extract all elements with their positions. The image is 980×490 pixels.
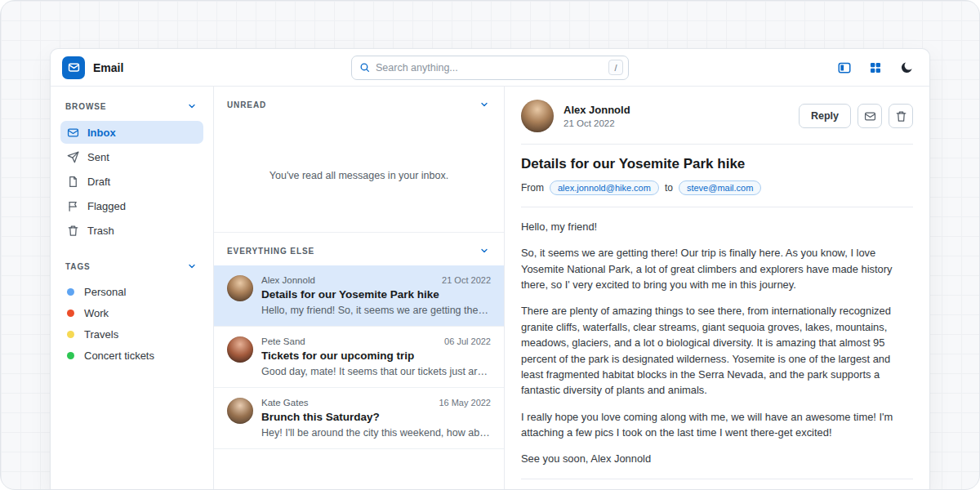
unread-empty-state: You've read all messages in your inbox.	[214, 119, 504, 232]
email-body: Hello, my friend! So, it seems we are ge…	[521, 219, 913, 467]
sidebar-item-trash[interactable]: Trash	[60, 219, 203, 242]
desktop-background: Email /	[0, 0, 980, 490]
delete-icon	[895, 110, 907, 122]
divider	[521, 144, 913, 145]
chevron-down-icon	[187, 261, 197, 271]
sidebar-item-label: Trash	[87, 225, 114, 237]
to-email-chip[interactable]: steve@mail.com	[679, 180, 761, 195]
chevron-down-icon	[479, 100, 489, 109]
tags-section-header: Tags	[60, 258, 203, 274]
message-summary: Pete Sand 06 Jul 2022 Tickets for our up…	[261, 336, 491, 377]
forward-mail-button[interactable]	[858, 104, 882, 128]
everything-else-collapse-button[interactable]	[478, 244, 491, 257]
divider	[521, 207, 913, 207]
sidebar-item-draft[interactable]: Draft	[60, 170, 203, 193]
trash-icon	[67, 225, 79, 237]
draft-icon	[67, 176, 79, 188]
message-title: Brunch this Saturday?	[261, 411, 491, 423]
message-list-pane: Unread You've read all messages in your …	[214, 87, 505, 489]
tag-item-concert-tickets[interactable]: Concert tickets	[60, 345, 203, 366]
email-detail-pane: Alex Jonnold 21 Oct 2022 Reply De	[505, 87, 929, 489]
message-preview: Hey! I'll be around the city this weeken…	[261, 427, 491, 439]
grid-apps-icon	[869, 61, 882, 74]
dark-mode-toggle[interactable]	[895, 56, 918, 79]
list-item-message[interactable]: Pete Sand 06 Jul 2022 Tickets for our up…	[214, 327, 504, 388]
message-summary: Kate Gates 16 May 2022 Brunch this Satur…	[261, 398, 491, 439]
email-app-window: Email /	[50, 48, 930, 489]
tag-dot	[67, 310, 74, 317]
sidebar: Browse Inbox Sent Draft	[51, 87, 214, 489]
sidebar-item-label: Inbox	[87, 127, 116, 139]
search-box[interactable]: /	[351, 56, 629, 80]
panel-layout-icon	[837, 60, 852, 75]
tag-item-work[interactable]: Work	[60, 302, 203, 323]
app-body: Browse Inbox Sent Draft	[51, 87, 929, 489]
unread-label: Unread	[227, 100, 266, 109]
message-date: 21 Oct 2022	[442, 275, 491, 285]
app-header: Email /	[51, 49, 929, 87]
browse-section-header: Browse	[60, 98, 203, 114]
sidebar-item-sent[interactable]: Sent	[60, 145, 203, 168]
unread-collapse-button[interactable]	[478, 98, 491, 111]
tag-item-travels[interactable]: Travels	[60, 323, 203, 345]
panel-layout-button[interactable]	[833, 56, 856, 79]
tag-label: Personal	[84, 286, 126, 298]
email-paragraph: There are plenty of amazing things to se…	[521, 303, 913, 398]
envelope-icon	[864, 110, 876, 122]
message-sender: Pete Sand	[261, 336, 305, 346]
avatar	[227, 336, 253, 363]
flagged-icon	[67, 200, 79, 212]
from-to-row: From alex.jonnold@hike.com to steve@mail…	[521, 180, 913, 195]
message-date: 06 Jul 2022	[444, 336, 491, 346]
tags-label: Tags	[65, 262, 91, 271]
detail-actions: Reply	[799, 104, 913, 128]
tag-dot	[67, 352, 74, 359]
email-paragraph: I really hope you love coming along with…	[521, 409, 913, 441]
search-input[interactable]	[376, 62, 608, 74]
message-date: 16 May 2022	[439, 398, 491, 408]
sender-meta: Alex Jonnold 21 Oct 2022	[564, 104, 630, 128]
detail-sender-name: Alex Jonnold	[564, 104, 630, 116]
sidebar-item-label: Flagged	[87, 200, 126, 212]
sidebar-item-label: Draft	[87, 176, 110, 188]
sidebar-item-flagged[interactable]: Flagged	[60, 194, 203, 217]
message-title: Details for our Yosemite Park hike	[261, 288, 491, 301]
brand: Email	[62, 56, 123, 79]
sidebar-item-inbox[interactable]: Inbox	[60, 121, 203, 144]
list-item-message[interactable]: Kate Gates 16 May 2022 Brunch this Satur…	[214, 388, 504, 449]
delete-button[interactable]	[889, 104, 913, 128]
search-icon	[359, 62, 370, 73]
sidebar-item-label: Sent	[87, 151, 109, 163]
email-subject: Details for our Yosemite Park hike	[521, 156, 913, 172]
header-actions	[833, 56, 918, 79]
message-sender: Alex Jonnold	[261, 275, 315, 285]
apps-grid-button[interactable]	[864, 56, 887, 79]
tag-dot	[67, 331, 74, 338]
sidebar-spacer	[60, 243, 203, 258]
sent-icon	[67, 151, 79, 163]
tag-dot	[67, 288, 74, 296]
email-paragraph: See you soon, Alex Jonnold	[521, 451, 913, 466]
unread-empty-text: You've read all messages in your inbox.	[270, 170, 448, 181]
mail-logo-icon	[62, 56, 85, 79]
avatar	[227, 275, 253, 301]
detail-date: 21 Oct 2022	[564, 118, 630, 128]
moon-icon	[899, 60, 914, 75]
tag-item-personal[interactable]: Personal	[60, 281, 203, 302]
from-email-chip[interactable]: alex.jonnold@hike.com	[550, 180, 659, 195]
browse-label: Browse	[65, 102, 106, 111]
browse-collapse-button[interactable]	[185, 100, 198, 113]
everything-else-header: Everything else	[214, 233, 504, 265]
message-sender: Kate Gates	[261, 398, 309, 408]
app-title: Email	[93, 61, 123, 74]
from-label: From	[521, 182, 544, 194]
unread-section-header: Unread	[214, 87, 504, 119]
message-title: Tickets for our upcoming trip	[261, 350, 491, 362]
email-paragraph: Hello, my friend!	[521, 219, 913, 234]
avatar	[521, 100, 554, 132]
list-item-message[interactable]: Alex Jonnold 21 Oct 2022 Details for our…	[214, 265, 504, 327]
tags-collapse-button[interactable]	[185, 260, 198, 273]
detail-header: Alex Jonnold 21 Oct 2022 Reply	[521, 100, 913, 132]
reply-button[interactable]: Reply	[799, 104, 851, 128]
message-preview: Hello, my friend! So, it seems we are ge…	[261, 305, 491, 316]
